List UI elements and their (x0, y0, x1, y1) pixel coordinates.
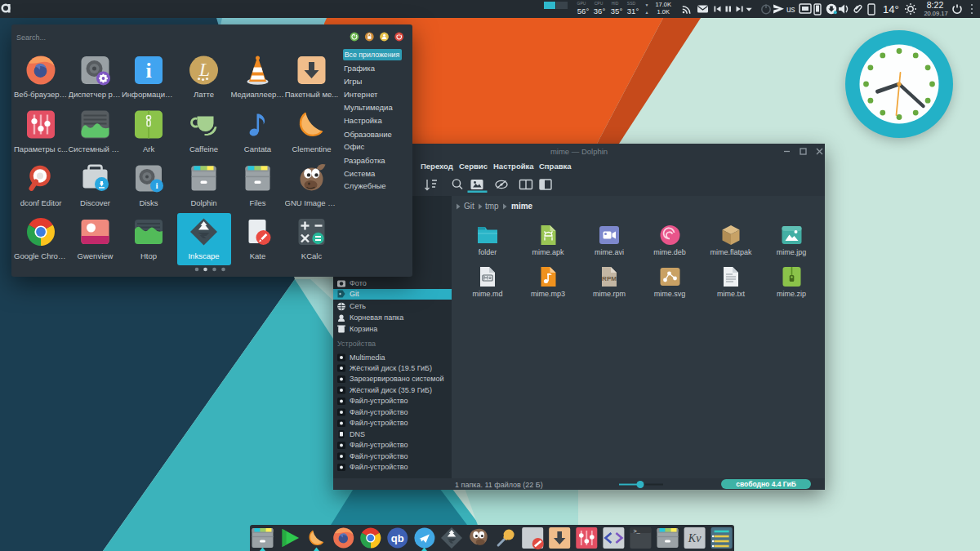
svg-text:8:22: 8:22 (927, 0, 944, 10)
svg-text:36°: 36° (594, 7, 606, 16)
svg-text:i: i (145, 59, 151, 82)
svg-text:qb: qb (391, 532, 404, 544)
svg-text:i: i (155, 180, 158, 190)
svg-text:L: L (198, 59, 210, 80)
svg-text:HID: HID (612, 1, 619, 6)
svg-text:17.0K: 17.0K (655, 1, 671, 8)
svg-text:Kv: Kv (688, 532, 702, 544)
svg-text:SSD: SSD (627, 1, 636, 6)
svg-text:CPU: CPU (595, 1, 604, 6)
svg-text:GPU: GPU (577, 1, 586, 6)
svg-text:us: us (786, 5, 795, 14)
svg-text:14°: 14° (883, 3, 899, 16)
svg-text:RPM: RPM (602, 275, 617, 282)
svg-text:▲: ▲ (645, 10, 649, 15)
svg-text:31°: 31° (627, 7, 639, 16)
svg-text:56°: 56° (577, 7, 590, 16)
svg-text:1.0K: 1.0K (657, 8, 670, 16)
svg-text:35°: 35° (611, 7, 623, 16)
svg-text:>_: >_ (633, 528, 640, 535)
svg-text:20.09.17: 20.09.17 (924, 10, 947, 17)
svg-text:▼: ▼ (645, 2, 649, 7)
